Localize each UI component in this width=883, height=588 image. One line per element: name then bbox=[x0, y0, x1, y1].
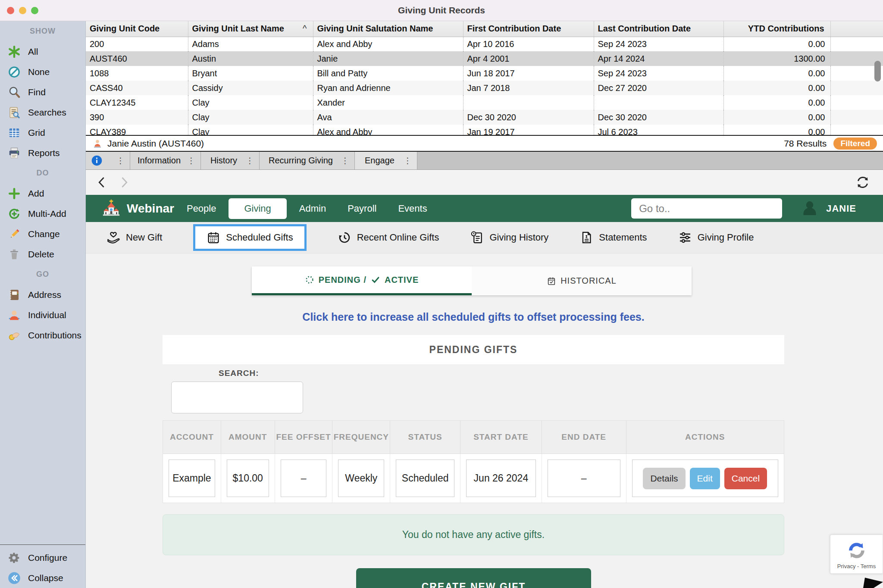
sidebar-item-none[interactable]: None bbox=[0, 62, 85, 82]
sidebar-item-configure[interactable]: Configure bbox=[0, 547, 85, 568]
user-avatar-icon[interactable] bbox=[799, 198, 820, 219]
record-row[interactable]: 1088BryantBill and PattyJun 18 2017Sep 2… bbox=[86, 66, 883, 81]
tab-menu-dots[interactable]: ⋮ bbox=[241, 156, 254, 166]
tab-recurring-giving[interactable]: Recurring Giving ⋮ bbox=[260, 152, 355, 169]
record-row-selected[interactable]: AUST460AustinJanieApr 4 2001Apr 14 20241… bbox=[86, 51, 883, 66]
tab-engage[interactable]: Engage ⋮ bbox=[355, 152, 417, 169]
back-arrow-icon[interactable] bbox=[95, 176, 108, 189]
hand-heart-icon bbox=[106, 231, 120, 244]
nav-item-events[interactable]: Events bbox=[389, 198, 436, 219]
recaptcha-badge[interactable]: Privacy - Terms bbox=[830, 535, 883, 574]
recaptcha-privacy-terms[interactable]: Privacy - Terms bbox=[837, 563, 876, 569]
sidebar-item-multi-add[interactable]: Multi-Add bbox=[0, 203, 85, 224]
subnav-giving-history[interactable]: Giving History bbox=[470, 231, 548, 244]
document-clock-icon bbox=[470, 231, 484, 244]
app-window: Giving Unit Records SHOW All None Find S… bbox=[0, 0, 883, 588]
nav-item-giving[interactable]: Giving bbox=[229, 198, 286, 219]
sidebar-item-label: Contributions bbox=[28, 330, 81, 341]
sidebar-item-label: None bbox=[28, 67, 50, 77]
col-account: ACCOUNT bbox=[163, 421, 221, 454]
col-header-last-date[interactable]: Last Contribution Date bbox=[594, 21, 723, 37]
filtered-badge[interactable]: Filtered bbox=[833, 138, 877, 150]
details-button[interactable]: Details bbox=[643, 468, 685, 489]
col-header-ytd[interactable]: YTD Contributions bbox=[723, 21, 830, 37]
sidebar-item-contributions[interactable]: Contributions bbox=[0, 325, 85, 345]
sidebar-item-add[interactable]: Add bbox=[0, 183, 85, 203]
records-header-row: Giving Unit Code ^Giving Unit Last Name … bbox=[86, 21, 883, 37]
results-count: 78 Results bbox=[784, 138, 827, 149]
status-right: 78 Results Filtered bbox=[784, 138, 877, 150]
nav-item-people[interactable]: People bbox=[178, 198, 225, 219]
current-record-label: Janie Austin (AUST460) bbox=[107, 138, 204, 149]
nav-item-payroll[interactable]: Payroll bbox=[338, 198, 385, 219]
sidebar-item-address[interactable]: Address bbox=[0, 285, 85, 305]
sidebar-section-go: GO bbox=[0, 264, 85, 285]
sidebar-item-searches[interactable]: Searches bbox=[0, 102, 85, 122]
edit-button[interactable]: Edit bbox=[690, 468, 720, 489]
giving-subnav: New Gift Scheduled Gifts Recent Online G… bbox=[86, 222, 883, 253]
create-new-gift-button[interactable]: CREATE NEW GIFT bbox=[356, 568, 591, 588]
history-clock-icon bbox=[338, 231, 351, 244]
subnav-scheduled-gifts[interactable]: Scheduled Gifts bbox=[193, 224, 306, 251]
gift-status: Scheduled bbox=[396, 460, 454, 497]
minimize-window-button[interactable] bbox=[19, 7, 26, 14]
tab-information[interactable]: Information ⋮ bbox=[130, 152, 201, 169]
record-row[interactable]: CLAY12345ClayXander0.00 bbox=[86, 95, 883, 110]
record-row[interactable]: 390ClayAvaDec 30 2020Dec 30 20200.00 bbox=[86, 110, 883, 125]
cancel-button[interactable]: Cancel bbox=[724, 468, 767, 489]
refresh-icon[interactable] bbox=[855, 174, 871, 191]
close-window-button[interactable] bbox=[7, 7, 14, 14]
tab-info[interactable]: ⋮ bbox=[86, 152, 130, 169]
col-header-code[interactable]: Giving Unit Code bbox=[86, 21, 188, 37]
sidebar-item-delete[interactable]: Delete bbox=[0, 244, 85, 264]
record-status-bar: Janie Austin (AUST460) 78 Results Filter… bbox=[86, 135, 883, 152]
subnav-new-gift[interactable]: New Gift bbox=[106, 231, 162, 244]
sidebar-item-label: Configure bbox=[28, 553, 67, 563]
col-header-last-name[interactable]: ^Giving Unit Last Name bbox=[188, 21, 313, 37]
tab-menu-dots[interactable]: ⋮ bbox=[337, 156, 349, 166]
subnav-recent-online-gifts[interactable]: Recent Online Gifts bbox=[338, 231, 439, 244]
sidebar-item-grid[interactable]: Grid bbox=[0, 122, 85, 143]
sidebar-item-label: Reports bbox=[28, 148, 60, 158]
tab-menu-dots[interactable]: ⋮ bbox=[399, 156, 412, 166]
tab-menu-dots[interactable]: ⋮ bbox=[183, 156, 195, 166]
nav-item-admin[interactable]: Admin bbox=[290, 198, 335, 219]
tab-historical[interactable]: HISTORICAL bbox=[472, 266, 692, 295]
col-status: STATUS bbox=[390, 421, 460, 454]
sidebar-item-label: Searches bbox=[28, 107, 66, 118]
window-titlebar: Giving Unit Records bbox=[0, 0, 883, 21]
sidebar-item-all[interactable]: All bbox=[0, 41, 85, 62]
tab-pending-active[interactable]: PENDING / ACTIVE bbox=[252, 266, 472, 295]
tab-menu-dots[interactable]: ⋮ bbox=[112, 156, 125, 166]
sidebar-item-change[interactable]: Change bbox=[0, 224, 85, 244]
forward-arrow-icon[interactable] bbox=[118, 176, 131, 189]
col-amount: AMOUNT bbox=[221, 421, 275, 454]
vertical-scrollbar-thumb[interactable] bbox=[874, 61, 881, 81]
sidebar-item-collapse[interactable]: Collapse bbox=[0, 568, 85, 588]
fee-offset-link[interactable]: Click here to increase all scheduled gif… bbox=[163, 311, 784, 324]
sidebar-item-label: Collapse bbox=[28, 573, 63, 583]
portal-navbar: Webinar People Giving Admin Payroll Even… bbox=[86, 195, 883, 222]
record-row[interactable]: 200AdamsAlex and AbbyApr 10 2016Sep 24 2… bbox=[86, 37, 883, 51]
subnav-statements[interactable]: Statements bbox=[579, 231, 647, 244]
col-header-extra bbox=[830, 21, 883, 37]
sidebar-item-individual[interactable]: Individual bbox=[0, 305, 85, 325]
logged-in-user[interactable]: JANIE bbox=[826, 203, 856, 214]
record-row[interactable]: CLAY389ClayAlex and AbbyJan 19 2017Jul 6… bbox=[86, 125, 883, 135]
address-book-icon bbox=[8, 288, 21, 301]
tab-history[interactable]: History ⋮ bbox=[201, 152, 260, 169]
col-header-salutation[interactable]: Giving Unit Salutation Name bbox=[313, 21, 463, 37]
record-row[interactable]: CASS40CassidyRyan and AdrienneJan 7 2018… bbox=[86, 81, 883, 95]
pending-gifts-header-row: ACCOUNT AMOUNT FEE OFFSET FREQUENCY STAT… bbox=[163, 421, 784, 454]
sidebar-item-reports[interactable]: Reports bbox=[0, 143, 85, 163]
brand-name[interactable]: Webinar bbox=[127, 202, 174, 216]
col-header-first-date[interactable]: First Contribution Date bbox=[463, 21, 594, 37]
gift-tabs: PENDING / ACTIVE HISTORICAL bbox=[252, 266, 692, 295]
sidebar-item-label: Individual bbox=[28, 310, 66, 320]
sidebar-item-label: Find bbox=[28, 87, 46, 97]
zoom-window-button[interactable] bbox=[31, 7, 38, 14]
pending-gifts-search-input[interactable] bbox=[171, 382, 303, 413]
sidebar-item-find[interactable]: Find bbox=[0, 82, 85, 102]
goto-search-input[interactable] bbox=[631, 198, 782, 219]
subnav-giving-profile[interactable]: Giving Profile bbox=[678, 231, 754, 244]
